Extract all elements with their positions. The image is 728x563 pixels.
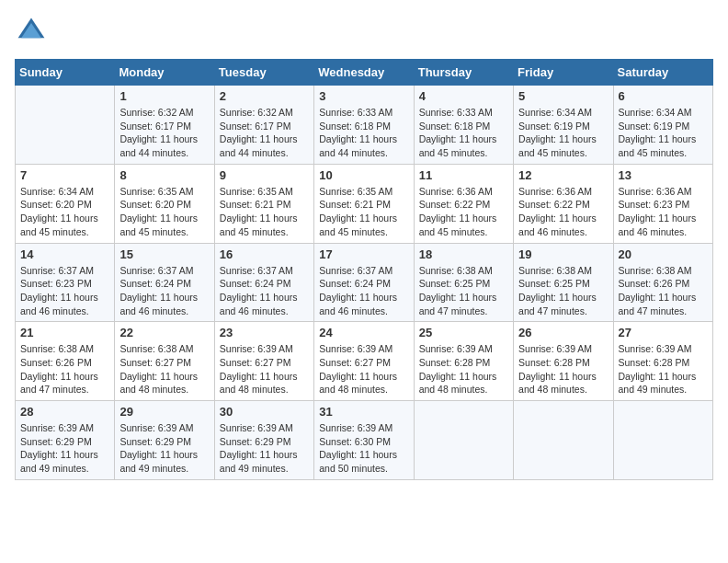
calendar-cell: 30Sunrise: 6:39 AMSunset: 6:29 PMDayligh…	[214, 401, 313, 480]
day-info: Sunrise: 6:35 AMSunset: 6:20 PMDaylight:…	[119, 185, 209, 239]
calendar-cell: 1Sunrise: 6:32 AMSunset: 6:17 PMDaylight…	[115, 86, 214, 165]
day-number: 10	[319, 168, 408, 182]
day-number: 5	[518, 89, 608, 103]
day-info: Sunrise: 6:33 AMSunset: 6:18 PMDaylight:…	[419, 106, 508, 160]
weekday-header-row: SundayMondayTuesdayWednesdayThursdayFrid…	[16, 60, 713, 86]
calendar-cell: 3Sunrise: 6:33 AMSunset: 6:18 PMDaylight…	[314, 86, 414, 165]
day-number: 13	[619, 168, 708, 182]
day-info: Sunrise: 6:32 AMSunset: 6:17 PMDaylight:…	[119, 106, 209, 160]
page-header	[15, 15, 713, 48]
weekday-header-wednesday: Wednesday	[314, 60, 414, 86]
calendar-cell: 17Sunrise: 6:37 AMSunset: 6:24 PMDayligh…	[314, 243, 414, 322]
day-number: 21	[20, 326, 109, 339]
calendar-cell: 19Sunrise: 6:38 AMSunset: 6:25 PMDayligh…	[514, 243, 613, 322]
day-number: 22	[119, 326, 209, 339]
calendar-cell	[16, 86, 115, 165]
calendar-cell: 18Sunrise: 6:38 AMSunset: 6:25 PMDayligh…	[414, 243, 513, 322]
day-info: Sunrise: 6:37 AMSunset: 6:24 PMDaylight:…	[119, 264, 209, 318]
calendar-cell: 31Sunrise: 6:39 AMSunset: 6:30 PMDayligh…	[314, 401, 414, 480]
calendar-cell: 27Sunrise: 6:39 AMSunset: 6:28 PMDayligh…	[613, 322, 712, 401]
day-number: 1	[119, 89, 209, 103]
calendar-cell: 2Sunrise: 6:32 AMSunset: 6:17 PMDaylight…	[214, 86, 313, 165]
day-number: 19	[518, 247, 608, 261]
day-info: Sunrise: 6:39 AMSunset: 6:29 PMDaylight:…	[220, 421, 309, 476]
calendar-week-4: 28Sunrise: 6:39 AMSunset: 6:29 PMDayligh…	[16, 401, 713, 480]
day-info: Sunrise: 6:39 AMSunset: 6:28 PMDaylight:…	[518, 342, 608, 396]
weekday-header-sunday: Sunday	[16, 60, 115, 86]
calendar-cell: 6Sunrise: 6:34 AMSunset: 6:19 PMDaylight…	[613, 86, 712, 165]
day-number: 2	[220, 89, 309, 103]
day-number: 31	[319, 405, 408, 419]
calendar-table: SundayMondayTuesdayWednesdayThursdayFrid…	[15, 59, 713, 480]
day-info: Sunrise: 6:33 AMSunset: 6:18 PMDaylight:…	[319, 106, 408, 160]
day-info: Sunrise: 6:37 AMSunset: 6:23 PMDaylight:…	[20, 264, 109, 318]
calendar-cell: 9Sunrise: 6:35 AMSunset: 6:21 PMDaylight…	[214, 164, 313, 243]
day-info: Sunrise: 6:38 AMSunset: 6:26 PMDaylight:…	[20, 342, 109, 396]
calendar-cell: 24Sunrise: 6:39 AMSunset: 6:27 PMDayligh…	[314, 322, 414, 401]
calendar-cell: 11Sunrise: 6:36 AMSunset: 6:22 PMDayligh…	[414, 164, 513, 243]
day-number: 12	[518, 168, 608, 182]
calendar-week-0: 1Sunrise: 6:32 AMSunset: 6:17 PMDaylight…	[16, 86, 713, 165]
calendar-cell: 23Sunrise: 6:39 AMSunset: 6:27 PMDayligh…	[214, 322, 313, 401]
day-number: 27	[619, 326, 708, 339]
day-number: 30	[220, 405, 309, 419]
day-number: 4	[419, 89, 508, 103]
day-number: 8	[119, 168, 209, 182]
day-number: 25	[419, 326, 508, 339]
day-info: Sunrise: 6:39 AMSunset: 6:28 PMDaylight:…	[619, 342, 708, 396]
weekday-header-friday: Friday	[514, 60, 613, 86]
calendar-cell: 16Sunrise: 6:37 AMSunset: 6:24 PMDayligh…	[214, 243, 313, 322]
day-info: Sunrise: 6:37 AMSunset: 6:24 PMDaylight:…	[220, 264, 309, 318]
weekday-header-tuesday: Tuesday	[214, 60, 313, 86]
day-number: 29	[119, 405, 209, 419]
logo-icon	[15, 15, 48, 48]
calendar-week-3: 21Sunrise: 6:38 AMSunset: 6:26 PMDayligh…	[16, 322, 713, 401]
day-info: Sunrise: 6:38 AMSunset: 6:26 PMDaylight:…	[619, 264, 708, 318]
day-info: Sunrise: 6:39 AMSunset: 6:28 PMDaylight:…	[419, 342, 508, 396]
calendar-cell: 8Sunrise: 6:35 AMSunset: 6:20 PMDaylight…	[115, 164, 214, 243]
calendar-cell	[613, 401, 712, 480]
calendar-cell	[514, 401, 613, 480]
calendar-cell: 15Sunrise: 6:37 AMSunset: 6:24 PMDayligh…	[115, 243, 214, 322]
calendar-cell: 7Sunrise: 6:34 AMSunset: 6:20 PMDaylight…	[16, 164, 115, 243]
calendar-cell: 21Sunrise: 6:38 AMSunset: 6:26 PMDayligh…	[16, 322, 115, 401]
day-info: Sunrise: 6:35 AMSunset: 6:21 PMDaylight:…	[319, 185, 408, 239]
calendar-week-2: 14Sunrise: 6:37 AMSunset: 6:23 PMDayligh…	[16, 243, 713, 322]
day-number: 11	[419, 168, 508, 182]
weekday-header-thursday: Thursday	[414, 60, 513, 86]
calendar-cell: 14Sunrise: 6:37 AMSunset: 6:23 PMDayligh…	[16, 243, 115, 322]
day-info: Sunrise: 6:38 AMSunset: 6:27 PMDaylight:…	[119, 342, 209, 396]
calendar-cell: 29Sunrise: 6:39 AMSunset: 6:29 PMDayligh…	[115, 401, 214, 480]
calendar-cell	[414, 401, 513, 480]
day-info: Sunrise: 6:38 AMSunset: 6:25 PMDaylight:…	[518, 264, 608, 318]
logo	[15, 15, 51, 48]
calendar-cell: 20Sunrise: 6:38 AMSunset: 6:26 PMDayligh…	[613, 243, 712, 322]
day-info: Sunrise: 6:34 AMSunset: 6:20 PMDaylight:…	[20, 185, 109, 239]
day-number: 28	[20, 405, 109, 419]
day-number: 14	[20, 247, 109, 261]
day-info: Sunrise: 6:34 AMSunset: 6:19 PMDaylight:…	[518, 106, 608, 160]
calendar-cell: 12Sunrise: 6:36 AMSunset: 6:22 PMDayligh…	[514, 164, 613, 243]
day-number: 20	[619, 247, 708, 261]
day-number: 3	[319, 89, 408, 103]
day-info: Sunrise: 6:36 AMSunset: 6:22 PMDaylight:…	[419, 185, 508, 239]
day-info: Sunrise: 6:39 AMSunset: 6:27 PMDaylight:…	[319, 342, 408, 396]
day-info: Sunrise: 6:39 AMSunset: 6:30 PMDaylight:…	[319, 421, 408, 476]
calendar-cell: 22Sunrise: 6:38 AMSunset: 6:27 PMDayligh…	[115, 322, 214, 401]
day-info: Sunrise: 6:39 AMSunset: 6:27 PMDaylight:…	[220, 342, 309, 396]
day-number: 9	[220, 168, 309, 182]
day-number: 7	[20, 168, 109, 182]
calendar-cell: 10Sunrise: 6:35 AMSunset: 6:21 PMDayligh…	[314, 164, 414, 243]
day-number: 18	[419, 247, 508, 261]
weekday-header-monday: Monday	[115, 60, 214, 86]
day-number: 23	[220, 326, 309, 339]
calendar-cell: 5Sunrise: 6:34 AMSunset: 6:19 PMDaylight…	[514, 86, 613, 165]
day-info: Sunrise: 6:32 AMSunset: 6:17 PMDaylight:…	[220, 106, 309, 160]
day-number: 24	[319, 326, 408, 339]
calendar-week-1: 7Sunrise: 6:34 AMSunset: 6:20 PMDaylight…	[16, 164, 713, 243]
calendar-cell: 25Sunrise: 6:39 AMSunset: 6:28 PMDayligh…	[414, 322, 513, 401]
day-info: Sunrise: 6:38 AMSunset: 6:25 PMDaylight:…	[419, 264, 508, 318]
day-info: Sunrise: 6:34 AMSunset: 6:19 PMDaylight:…	[619, 106, 708, 160]
day-info: Sunrise: 6:39 AMSunset: 6:29 PMDaylight:…	[119, 421, 209, 476]
day-info: Sunrise: 6:36 AMSunset: 6:23 PMDaylight:…	[619, 185, 708, 239]
